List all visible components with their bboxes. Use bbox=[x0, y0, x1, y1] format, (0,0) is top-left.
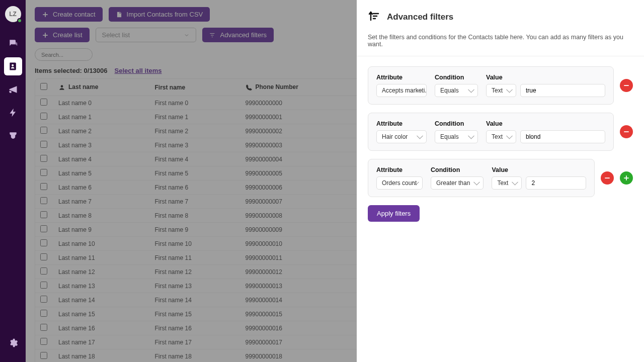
filter-icon bbox=[368, 10, 380, 24]
cond-label: Condition bbox=[435, 120, 478, 127]
nav-settings[interactable] bbox=[4, 334, 22, 352]
advanced-filters-panel: Advanced filters Set the filters and con… bbox=[357, 0, 644, 362]
remove-filter-button[interactable] bbox=[601, 171, 614, 185]
val-label: Value bbox=[486, 74, 605, 81]
nav-conversations[interactable] bbox=[4, 34, 22, 52]
attr-label: Attribute bbox=[376, 120, 427, 127]
nav-contacts[interactable] bbox=[4, 57, 22, 75]
cond-select[interactable]: Equals bbox=[435, 130, 478, 143]
type-select[interactable]: Text bbox=[486, 130, 516, 143]
cond-label: Condition bbox=[431, 166, 484, 173]
status-dot bbox=[17, 18, 22, 23]
cond-select[interactable]: Greater than bbox=[431, 176, 484, 190]
filter-card: AttributeAccepts marketi... ConditionEqu… bbox=[368, 66, 614, 105]
sidebar: LZ bbox=[0, 0, 26, 362]
type-select[interactable]: Text bbox=[486, 84, 516, 97]
attr-select[interactable]: Orders count bbox=[376, 176, 423, 190]
attr-select[interactable]: Hair color bbox=[376, 130, 427, 143]
nav-campaigns[interactable] bbox=[4, 80, 22, 99]
remove-filter-button[interactable] bbox=[620, 125, 633, 138]
cond-select[interactable]: Equals bbox=[435, 84, 478, 97]
remove-filter-button[interactable] bbox=[620, 79, 633, 92]
nav-automation[interactable] bbox=[4, 104, 22, 122]
nav-inbox[interactable] bbox=[4, 127, 22, 145]
attr-label: Attribute bbox=[376, 166, 423, 173]
value-input[interactable] bbox=[526, 87, 600, 94]
attr-select[interactable]: Accepts marketi... bbox=[376, 84, 427, 97]
panel-subtitle: Set the filters and conditions for the C… bbox=[357, 34, 644, 56]
avatar[interactable]: LZ bbox=[5, 6, 21, 22]
value-input[interactable] bbox=[526, 133, 600, 140]
value-input-wrap bbox=[526, 176, 586, 190]
attr-label: Attribute bbox=[376, 74, 427, 81]
value-input-wrap bbox=[520, 84, 605, 97]
val-label: Value bbox=[486, 120, 605, 127]
value-input-wrap bbox=[520, 130, 605, 143]
apply-filters-button[interactable]: Apply filters bbox=[368, 205, 420, 222]
svg-rect-0 bbox=[11, 133, 15, 134]
val-label: Value bbox=[492, 166, 586, 173]
cond-label: Condition bbox=[435, 74, 478, 81]
filter-card: AttributeHair color ConditionEquals Valu… bbox=[368, 113, 614, 151]
panel-title: Advanced filters bbox=[387, 12, 453, 22]
add-filter-button[interactable] bbox=[620, 171, 633, 185]
value-input[interactable] bbox=[531, 179, 581, 187]
type-select[interactable]: Text bbox=[492, 176, 522, 190]
filter-card: AttributeOrders count ConditionGreater t… bbox=[368, 159, 595, 197]
avatar-initials: LZ bbox=[9, 11, 17, 18]
